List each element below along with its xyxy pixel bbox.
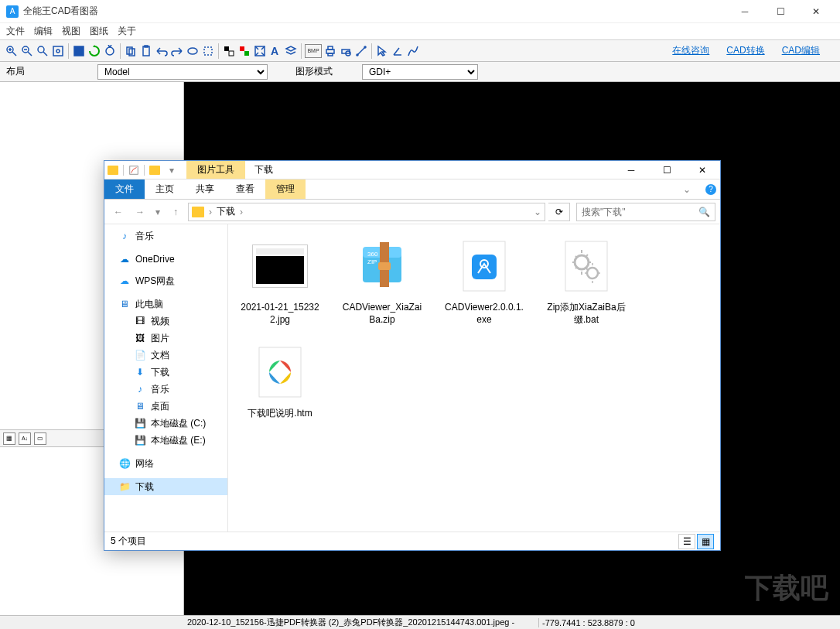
explorer-window: ▾ 图片工具 下载 ─ ☐ ✕ 文件 主页 共享 查看 管理 ⌄ ? ← → ▾… <box>104 160 721 551</box>
copy-icon[interactable] <box>124 44 138 58</box>
redo-icon[interactable] <box>170 44 184 58</box>
zoom-fit-icon[interactable] <box>36 44 50 58</box>
bmp-icon[interactable]: BMP <box>305 44 322 58</box>
refresh-icon[interactable] <box>87 44 101 58</box>
pc-icon: 🖥 <box>118 298 131 310</box>
view-details-button[interactable]: ☰ <box>678 534 695 549</box>
recent-dropdown-icon[interactable]: ▾ <box>152 203 163 221</box>
path-icon[interactable] <box>406 44 420 58</box>
sidebar-item-onedrive[interactable]: ☁OneDrive <box>104 251 227 268</box>
color1-icon[interactable] <box>222 44 236 58</box>
svg-rect-16 <box>244 51 249 56</box>
sidebar-item-documents[interactable]: 📄文档 <box>104 347 227 364</box>
refresh-button[interactable]: ⟳ <box>548 203 570 221</box>
explorer-minimize-button[interactable]: ─ <box>613 161 649 179</box>
link-consult[interactable]: 在线咨询 <box>672 44 709 57</box>
file-item[interactable]: 360ZIP CADViewer_XiaZaiBa.zip <box>341 235 423 326</box>
svg-rect-3 <box>53 46 63 56</box>
menu-edit[interactable]: 编辑 <box>34 25 53 38</box>
properties-icon[interactable] <box>125 162 142 179</box>
color2-icon[interactable] <box>237 44 251 58</box>
close-button[interactable]: ✕ <box>798 0 834 23</box>
tab-categorized-icon[interactable]: ▦ <box>3 432 15 445</box>
chevron-icon[interactable]: › <box>240 207 243 217</box>
ribbon-expand-icon[interactable]: ⌄ <box>672 179 702 199</box>
sidebar-item-music[interactable]: ♪音乐 <box>104 381 227 398</box>
chevron-icon[interactable]: › <box>209 207 212 217</box>
menu-view[interactable]: 视图 <box>62 25 80 38</box>
history-dropdown-icon[interactable]: ⌄ <box>534 207 541 217</box>
rotate-icon[interactable] <box>103 44 117 58</box>
sidebar-item-network[interactable]: 🌐网络 <box>104 455 227 472</box>
sidebar-item-desktop[interactable]: 🖥桌面 <box>104 398 227 415</box>
file-item[interactable]: Zip添加XiaZaiBa后缀.bat <box>545 235 627 326</box>
cursor-icon[interactable] <box>375 44 389 58</box>
status-coords: -779.7441 : 523.8879 : 0 <box>538 618 770 627</box>
menu-file[interactable]: 文件 <box>6 25 25 38</box>
angle-icon[interactable] <box>391 44 405 58</box>
measure-icon[interactable] <box>354 44 368 58</box>
ribbon-share[interactable]: 共享 <box>185 179 225 199</box>
cad-toolbar: A BMP 在线咨询 CAD转换 CAD编辑 <box>0 40 840 62</box>
layout-select[interactable]: Model <box>97 64 268 80</box>
download-icon: ⬇ <box>134 366 146 378</box>
sidebar-item-downloads-selected[interactable]: 📁下载 <box>104 478 227 495</box>
file-item[interactable]: CADViewer2.0.0.1.exe <box>443 235 525 326</box>
explorer-maximize-button[interactable]: ☐ <box>649 161 685 179</box>
breadcrumb-item[interactable]: 下载 <box>213 205 238 218</box>
maximize-button[interactable]: ☐ <box>763 0 798 23</box>
tab-props-icon[interactable]: ▭ <box>34 432 46 445</box>
explorer-close-button[interactable]: ✕ <box>685 161 720 179</box>
sidebar-item-wps[interactable]: ☁WPS网盘 <box>104 272 227 289</box>
print-icon[interactable] <box>323 44 337 58</box>
menu-about[interactable]: 关于 <box>118 25 136 38</box>
dropdown-icon[interactable]: ▾ <box>163 162 180 179</box>
back-button[interactable]: ← <box>109 203 128 221</box>
file-item[interactable]: 2021-01-21_152322.jpg <box>239 235 321 326</box>
view-icons-button[interactable]: ▦ <box>697 534 714 549</box>
up-button[interactable]: ↑ <box>166 203 185 221</box>
link-convert[interactable]: CAD转换 <box>726 44 764 57</box>
group-icon[interactable] <box>186 44 200 58</box>
sidebar-item-drive-e[interactable]: 💾本地磁盘 (E:) <box>104 432 227 449</box>
help-icon[interactable]: ? <box>702 179 720 199</box>
ribbon-view[interactable]: 查看 <box>225 179 265 199</box>
zip-icon: 360ZIP <box>351 235 413 297</box>
link-edit[interactable]: CAD编辑 <box>782 44 820 57</box>
search-icon[interactable]: 🔍 <box>698 207 710 217</box>
layers-icon[interactable] <box>284 44 298 58</box>
sidebar-item-videos[interactable]: 🎞视频 <box>104 313 227 330</box>
sidebar-item-drive-c[interactable]: 💾本地磁盘 (C:) <box>104 415 227 432</box>
extents-icon[interactable] <box>253 44 267 58</box>
folder-icon[interactable] <box>104 162 121 179</box>
search-input[interactable] <box>582 207 698 217</box>
ribbon-home[interactable]: 主页 <box>145 179 185 199</box>
quickbar-path: 下载 <box>254 163 273 176</box>
explorer-addressbar: ← → ▾ ↑ › 下载 › ⌄ ⟳ 🔍 <box>104 200 720 224</box>
search-box[interactable]: 🔍 <box>576 203 715 221</box>
minimize-button[interactable]: ─ <box>727 0 763 23</box>
ribbon-manage[interactable]: 管理 <box>265 179 306 199</box>
menu-drawing[interactable]: 图纸 <box>90 25 108 38</box>
ribbon-file[interactable]: 文件 <box>104 179 145 199</box>
tab-alpha-icon[interactable]: A↓ <box>19 432 31 445</box>
text-icon[interactable]: A <box>268 44 282 58</box>
select-icon[interactable] <box>201 44 215 58</box>
sidebar-item-music[interactable]: ♪音乐 <box>104 227 227 244</box>
zoom-out-icon[interactable] <box>20 44 34 58</box>
zoom-region-icon[interactable] <box>51 44 65 58</box>
sidebar-item-pictures[interactable]: 🖼图片 <box>104 330 227 347</box>
mode-select[interactable]: GDI+ <box>362 64 478 80</box>
breadcrumb[interactable]: › 下载 › ⌄ <box>188 203 545 221</box>
undo-icon[interactable] <box>155 44 169 58</box>
zoom-in-icon[interactable] <box>5 44 19 58</box>
new-folder-icon[interactable] <box>146 162 163 179</box>
pan-icon[interactable] <box>72 44 86 58</box>
file-item[interactable]: 下载吧说明.htm <box>239 341 321 420</box>
sidebar-item-downloads[interactable]: ⬇下载 <box>104 364 227 381</box>
explorer-content[interactable]: 2021-01-21_152322.jpg 360ZIP CADViewer_X… <box>228 224 720 532</box>
paste-icon[interactable] <box>139 44 153 58</box>
forward-button[interactable]: → <box>131 203 149 221</box>
print-preview-icon[interactable] <box>339 44 353 58</box>
sidebar-item-thispc[interactable]: 🖥此电脑 <box>104 296 227 313</box>
